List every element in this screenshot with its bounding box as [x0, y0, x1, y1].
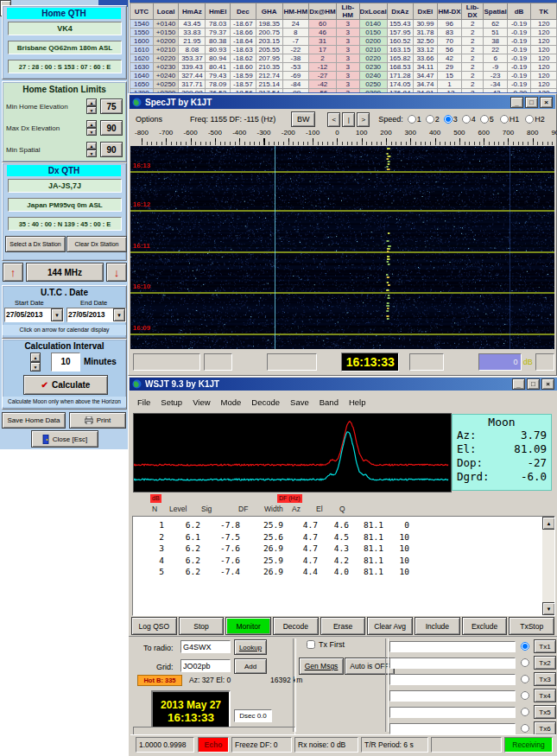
button-clear-avg[interactable]: Clear Avg: [367, 617, 413, 635]
tx-first-checkbox[interactable]: Tx First: [307, 640, 345, 649]
end-date-select[interactable]: 27/05/2013 ▼: [66, 308, 126, 322]
close-icon[interactable]: ×: [541, 378, 554, 390]
limit-stepper[interactable]: ▲▼: [86, 98, 97, 114]
limit-stepper[interactable]: ▲▼: [86, 120, 97, 136]
menu-view[interactable]: View: [187, 396, 215, 409]
spin-down-icon[interactable]: ▼: [86, 106, 97, 114]
menu-band[interactable]: Band: [314, 396, 344, 409]
radio-icon[interactable]: [426, 115, 434, 124]
lookup-button[interactable]: Lookup: [234, 639, 267, 655]
tx-button-3[interactable]: Tx3: [534, 672, 556, 686]
speed-radio-3[interactable]: 3: [444, 115, 458, 124]
button-exclude[interactable]: Exclude: [462, 617, 508, 635]
radio-icon[interactable]: [521, 675, 529, 683]
dropdown-icon[interactable]: ▼: [51, 308, 63, 321]
table-row[interactable]: 1540+014043.4578.03-18.67198.35246030140…: [130, 20, 557, 29]
band-down-button[interactable]: ↓: [106, 263, 127, 282]
interval-value[interactable]: 10: [51, 353, 80, 372]
eph-col-local[interactable]: Local: [153, 3, 179, 20]
dropdown-icon[interactable]: ▼: [113, 308, 125, 321]
spin-up-icon[interactable]: ▲: [30, 353, 41, 362]
menu-save[interactable]: Save: [285, 396, 314, 409]
spin-up-icon[interactable]: ▲: [86, 120, 97, 128]
eph-col-db[interactable]: dB: [507, 3, 531, 20]
tx-message-field-4[interactable]: [389, 690, 516, 702]
gen-msgs-button[interactable]: Gen Msgs: [299, 658, 344, 675]
minimize-icon[interactable]: _: [512, 378, 525, 390]
button-erase[interactable]: Erase: [320, 617, 366, 635]
spin-down-icon[interactable]: ▼: [30, 362, 41, 372]
eph-col-lib-dx[interactable]: Lib-DX: [461, 3, 484, 20]
radio-icon[interactable]: [408, 115, 416, 124]
radio-icon[interactable]: [525, 115, 534, 124]
radio-icon[interactable]: [521, 708, 529, 716]
table-row[interactable]: 1650+0250317.7178.09-18.57215.14-84-4230…: [130, 80, 557, 89]
eph-col-lib-hm[interactable]: Lib-HM: [337, 3, 360, 20]
eph-col-spatial[interactable]: Spatial: [484, 3, 507, 20]
radio-icon[interactable]: [521, 724, 529, 733]
radio-icon[interactable]: [462, 115, 471, 124]
waterfall-nav-button[interactable]: >: [357, 112, 370, 127]
speed-radio-4[interactable]: 4: [462, 115, 476, 124]
button-decode[interactable]: Decode: [273, 617, 319, 635]
eph-col-dxaz[interactable]: DxAz: [387, 3, 413, 20]
button-stop[interactable]: Stop: [179, 617, 225, 635]
table-row[interactable]: 1600+020021.9580.38-18.64203.15-73130200…: [130, 37, 557, 46]
eph-col-utc[interactable]: UTC: [130, 3, 154, 20]
clear-dx-station-button[interactable]: Clear Dx Station: [66, 236, 127, 252]
radio-icon[interactable]: [521, 642, 529, 651]
maximize-icon[interactable]: □: [527, 378, 540, 390]
close-icon[interactable]: ×: [540, 97, 553, 108]
button-include[interactable]: Include: [415, 617, 460, 635]
eph-col-hm-hm[interactable]: HM-HM: [282, 3, 308, 20]
limit-stepper[interactable]: ▲▼: [86, 142, 97, 157]
radio-icon[interactable]: [521, 658, 529, 667]
tx-message-field-2[interactable]: [389, 658, 516, 669]
radio-icon[interactable]: [521, 691, 529, 700]
print-button[interactable]: Print: [69, 412, 126, 429]
calculate-button[interactable]: ✔ Calculate: [23, 375, 108, 395]
options-menu[interactable]: Options: [130, 113, 168, 125]
start-date-select[interactable]: 27/05/2013 ▼: [4, 308, 64, 322]
tx-message-field-1[interactable]: [389, 641, 516, 652]
waterfall[interactable]: 16:1316:1216:1116:1016:09: [130, 146, 554, 349]
minimize-icon[interactable]: _: [510, 97, 523, 108]
tx-button-2[interactable]: Tx2: [534, 656, 556, 670]
speed-radio-1[interactable]: 1: [408, 115, 421, 124]
table-row[interactable]: 1610+02108.0880.93-18.63205.55-221730210…: [130, 46, 557, 54]
button-txstop[interactable]: TxStop: [509, 617, 554, 635]
interval-stepper[interactable]: ▲ ▼: [30, 353, 41, 372]
radio-icon[interactable]: [500, 115, 509, 124]
waterfall-nav-button[interactable]: |: [342, 112, 355, 127]
eph-col-hm-dx[interactable]: HM-DX: [438, 3, 462, 20]
decode-scrollbar[interactable]: ▲ ▼: [542, 517, 554, 615]
wsjt-titlebar[interactable]: WSJT 9.3 by K1JT _ □ ×: [130, 378, 557, 391]
tx-message-field-3[interactable]: [389, 674, 516, 685]
menu-decode[interactable]: Decode: [246, 396, 285, 409]
speed-radio-h1[interactable]: H1: [500, 115, 520, 124]
eph-col-hmel[interactable]: HmEl: [206, 3, 231, 20]
eph-col-gha[interactable]: GHA: [256, 3, 282, 20]
band-button[interactable]: 144 MHz: [26, 263, 104, 282]
menu-help[interactable]: Help: [344, 396, 371, 409]
add-button[interactable]: Add: [234, 658, 267, 674]
menu-setup[interactable]: Setup: [155, 396, 187, 409]
button-monitor[interactable]: Monitor: [225, 617, 271, 635]
select-dx-station-button[interactable]: Select a Dx Station: [5, 236, 66, 252]
eph-col-dxlocal[interactable]: DxLocal: [359, 3, 387, 20]
tx-message-field-5[interactable]: [389, 707, 516, 718]
eph-col-dx@hm[interactable]: Dx@HM: [309, 3, 337, 20]
tx-message-field-6[interactable]: [389, 723, 516, 734]
waterfall-nav-button[interactable]: <: [327, 112, 340, 127]
decode-text-area[interactable]: 16.2-7.825.94.74.681.1026.1-7.525.64.74.…: [132, 516, 555, 616]
button-log-qso[interactable]: Log QSO: [131, 617, 177, 635]
specjt-titlebar[interactable]: SpecJT by K1JT _ □ ×: [130, 95, 555, 109]
maximize-icon[interactable]: □: [525, 97, 538, 108]
eph-col-dxel[interactable]: DxEl: [413, 3, 438, 20]
scroll-up-icon[interactable]: ▲: [542, 517, 555, 530]
table-row[interactable]: 1620+0220353.3780.94-18.62207.95-3823022…: [130, 54, 557, 63]
scroll-down-icon[interactable]: ▼: [542, 602, 555, 615]
table-row[interactable]: 1640+0240327.4479.43-18.59212.74-69-2730…: [130, 72, 557, 80]
spin-down-icon[interactable]: ▼: [86, 149, 97, 157]
tx-button-5[interactable]: Tx5: [534, 705, 556, 719]
